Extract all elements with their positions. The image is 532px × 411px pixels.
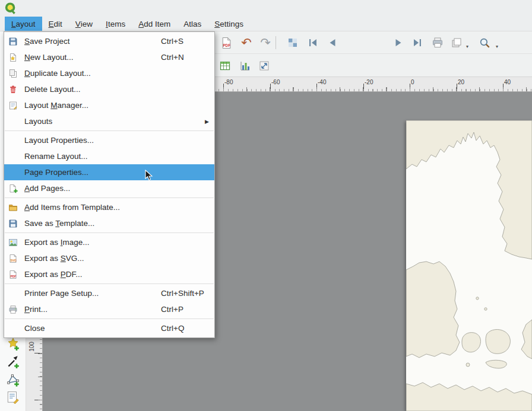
- add-html-button[interactable]: [5, 390, 21, 405]
- layout-manager-icon: [8, 101, 19, 110]
- no-icon: [8, 136, 19, 145]
- first-feature-button[interactable]: [305, 35, 321, 50]
- add-marker-button[interactable]: [5, 336, 21, 352]
- ruler-label: -80: [224, 79, 233, 85]
- map-item[interactable]: [406, 120, 532, 411]
- menu-item-rename-layout[interactable]: Rename Layout...: [4, 148, 214, 164]
- add-node-item-icon: [6, 372, 20, 387]
- menu-item-layout-manager[interactable]: Layout Manager...: [4, 97, 214, 113]
- last-feature-button[interactable]: [410, 35, 425, 50]
- menu-item-close[interactable]: Close Ctrl+Q: [4, 320, 214, 336]
- menu-item-export-as-svg[interactable]: SVG Export as SVG...: [4, 250, 214, 266]
- submenu-arrow-icon: ▶: [205, 119, 209, 125]
- menu-item-duplicate-layout[interactable]: Duplicate Layout...: [4, 65, 214, 81]
- menu-separator: [5, 318, 214, 319]
- menu-item-new-layout[interactable]: New Layout... Ctrl+N: [4, 49, 214, 65]
- svg-text:PDF: PDF: [223, 43, 230, 47]
- ruler-label: 100: [28, 340, 35, 354]
- menu-add-item[interactable]: Add Item: [132, 17, 177, 31]
- mouse-cursor: [145, 170, 154, 181]
- menu-separator: [5, 232, 214, 233]
- previous-feature-button[interactable]: [325, 35, 340, 50]
- attribute-table-button[interactable]: [217, 58, 233, 74]
- no-icon: [8, 117, 19, 126]
- no-icon: [8, 152, 19, 161]
- previous-feature-icon: [327, 37, 338, 49]
- menu-item-add-items-from-template[interactable]: Add Items from Template...: [4, 199, 214, 215]
- add-pages-icon: [8, 184, 19, 193]
- atlas-preview-button[interactable]: [285, 35, 300, 50]
- menu-item-layouts[interactable]: Layouts ▶: [4, 113, 214, 129]
- save-icon: [8, 37, 19, 46]
- menu-item-export-as-image[interactable]: Export as Image...: [4, 234, 214, 250]
- menu-item-save-as-template[interactable]: Save as Template...: [4, 215, 214, 231]
- menu-item-save-project[interactable]: Save Project Ctrl+S: [4, 33, 214, 49]
- add-arrow-icon: [6, 355, 20, 369]
- ruler-label: -20: [365, 79, 373, 85]
- svg-text:PDF: PDF: [10, 274, 16, 278]
- menu-items[interactable]: Items: [99, 17, 132, 31]
- qgis-layout-window: Layout Edit View Items Add Item Atlas Se…: [0, 0, 532, 411]
- map-island-funen: [462, 333, 481, 352]
- last-feature-icon: [411, 37, 423, 49]
- menu-edit[interactable]: Edit: [42, 17, 69, 31]
- undo-button[interactable]: ↶: [239, 35, 254, 50]
- layout-menu-dropdown: Save Project Ctrl+S New Layout... Ctrl+N…: [4, 31, 215, 338]
- map-islet: [476, 297, 479, 300]
- chart-button[interactable]: [238, 58, 253, 74]
- export-layout-button[interactable]: ▾: [449, 35, 464, 50]
- menu-separator: [5, 197, 214, 198]
- ruler-label: 40: [504, 79, 511, 85]
- dropdown-caret-icon: ▾: [466, 44, 468, 49]
- menu-separator: [5, 283, 214, 284]
- add-arrow-button[interactable]: [5, 354, 21, 369]
- export-pdf-button[interactable]: PDF: [218, 35, 234, 50]
- map-islet: [466, 363, 470, 367]
- ruler-label: 20: [458, 79, 464, 85]
- export-svg-icon: SVG: [8, 254, 19, 263]
- menu-item-layout-properties[interactable]: Layout Properties...: [4, 132, 214, 148]
- duplicate-layout-icon: [8, 69, 19, 78]
- dropdown-caret-icon: ▾: [496, 44, 498, 49]
- export-image-icon: [8, 238, 19, 247]
- export-layout-icon: [451, 37, 463, 49]
- no-icon: [8, 324, 19, 333]
- ruler-label: -60: [271, 79, 280, 85]
- redo-button[interactable]: ↷: [258, 35, 273, 50]
- menu-settings[interactable]: Settings: [208, 17, 250, 31]
- menu-item-page-properties[interactable]: Page Properties...: [4, 164, 214, 180]
- no-icon: [8, 289, 19, 298]
- menu-layout[interactable]: Layout: [5, 17, 42, 31]
- menu-view[interactable]: View: [69, 17, 99, 31]
- next-feature-button[interactable]: [391, 35, 406, 50]
- add-marker-icon: [6, 337, 20, 351]
- export-as-pdf-icon: PDF: [220, 37, 233, 49]
- menu-atlas[interactable]: Atlas: [177, 17, 208, 31]
- zoom-button[interactable]: ▾: [475, 35, 494, 50]
- first-feature-icon: [307, 37, 319, 49]
- menu-item-export-as-pdf[interactable]: PDF Export as PDF...: [4, 266, 214, 282]
- menu-separator: [5, 130, 214, 131]
- zoom-icon: [479, 37, 491, 49]
- layout-page[interactable]: [406, 120, 532, 411]
- print-button[interactable]: [430, 35, 445, 50]
- qgis-logo-icon: [4, 2, 17, 15]
- menu-item-delete-layout[interactable]: Delete Layout...: [4, 81, 214, 97]
- add-node-item-button[interactable]: [5, 372, 21, 387]
- menu-item-printer-page-setup[interactable]: Printer Page Setup... Ctrl+Shift+P: [4, 285, 214, 301]
- folder-icon: [8, 203, 19, 212]
- menu-item-print[interactable]: Print... Ctrl+P: [4, 301, 214, 317]
- new-layout-icon: [8, 53, 19, 62]
- undo-icon: ↶: [241, 35, 252, 50]
- ruler-label: -40: [318, 79, 326, 85]
- menu-item-add-pages[interactable]: Add Pages...: [4, 180, 214, 196]
- map-islet: [484, 308, 487, 310]
- export-pdf-icon: PDF: [8, 270, 19, 279]
- atlas-preview-icon: [287, 37, 299, 49]
- attribute-table-icon: [219, 60, 231, 72]
- toolbar-separator: [276, 36, 276, 49]
- resize-button[interactable]: [256, 58, 272, 74]
- resize-icon: [258, 60, 270, 72]
- next-feature-icon: [392, 37, 404, 49]
- menubar: Layout Edit View Items Add Item Atlas Se…: [0, 17, 532, 31]
